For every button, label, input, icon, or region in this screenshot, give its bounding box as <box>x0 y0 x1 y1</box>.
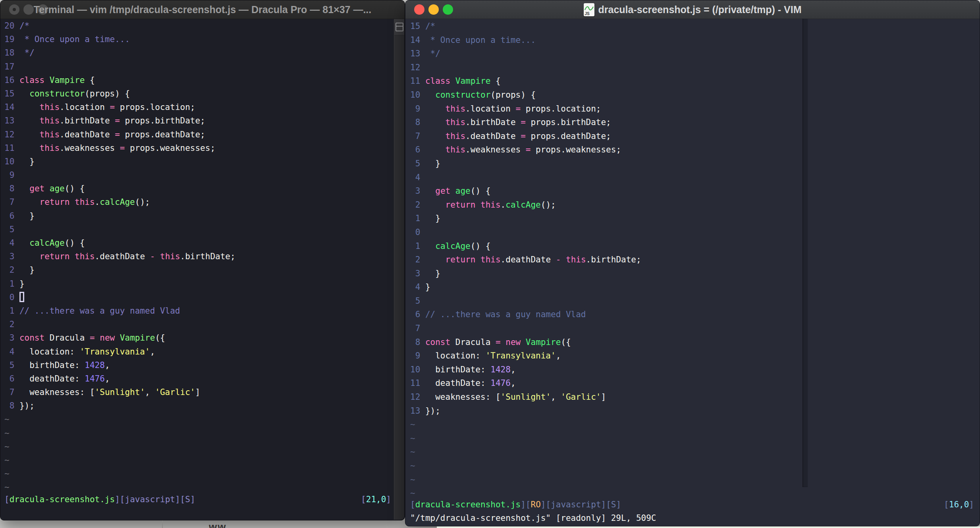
text-segment: this <box>75 197 95 207</box>
macvim-scrollbar[interactable] <box>803 19 808 487</box>
split-pane-button[interactable] <box>394 19 404 35</box>
text-segment: this <box>480 200 501 210</box>
text-segment: new <box>505 337 521 347</box>
terminal-vim-buffer[interactable]: 20 /*19 * Once upon a time...18 */17 16 … <box>0 19 394 520</box>
line-number: 14 <box>410 35 425 45</box>
text-segment: calcAge <box>435 241 471 251</box>
text-segment: [ <box>410 500 415 509</box>
tilde-marker: ~ <box>4 455 10 465</box>
code-line: 6 // ...there was a guy named Vlad <box>410 308 641 322</box>
line-number: 0 <box>410 227 425 237</box>
code-line: 5 <box>4 223 394 236</box>
vim-command-line: "/tmp/dracula-screenshot.js" [readonly] … <box>410 513 656 523</box>
tilde-marker: ~ <box>4 442 10 451</box>
text-segment: this <box>40 102 60 112</box>
text-segment: , <box>551 392 561 402</box>
text-segment: this <box>75 252 95 261</box>
tilde-marker: ~ <box>410 447 415 457</box>
code-line: 12 weaknesses: ['Sunlight', 'Garlic'] <box>410 390 641 404</box>
text-segment <box>475 255 480 264</box>
text-segment: // ...there was a guy named Vlad <box>425 310 586 319</box>
line-number: 1 <box>410 241 425 251</box>
text-segment: () { <box>471 241 491 251</box>
code-line: 5 birthDate: 1428, <box>4 358 394 372</box>
text-segment: 'Transylvania' <box>486 351 556 360</box>
line-number: 5 <box>4 360 19 370</box>
text-segment: = <box>90 333 95 343</box>
text-segment: 1428 <box>490 365 511 374</box>
text-segment: . <box>501 200 506 210</box>
text-segment: age <box>455 186 471 196</box>
text-segment: ] <box>175 495 180 504</box>
macvim-titlebar[interactable]: JS dracula-screenshot.js = (/private/tmp… <box>405 0 980 19</box>
macvim-title-text: dracula-screenshot.js = (/private/tmp) -… <box>598 0 802 19</box>
text-segment: 1476 <box>85 374 105 383</box>
line-number: 10 <box>410 90 425 100</box>
text-segment: 'Transylvania' <box>80 347 150 356</box>
text-segment: weaknesses: [ <box>425 392 501 402</box>
line-number: 12 <box>410 392 425 402</box>
text-segment <box>19 89 29 98</box>
text-segment: props.birthDate; <box>120 116 205 125</box>
tilde-marker: ~ <box>410 488 415 498</box>
text-segment <box>561 255 566 264</box>
text-segment: .birthDate <box>465 118 521 127</box>
text-segment: deathDate: <box>19 374 85 383</box>
line-number: 2 <box>4 320 19 329</box>
text-segment <box>69 252 75 261</box>
line-number: 5 <box>4 225 19 234</box>
text-segment: [ <box>944 500 949 509</box>
terminal-titlebar[interactable]: Terminal — vim /tmp/dracula-screenshot.j… <box>0 0 405 19</box>
code-line: 8 }); <box>4 399 394 412</box>
text-segment: this <box>446 104 466 114</box>
line-number: 1 <box>410 214 425 223</box>
macvim-buffer[interactable]: 15 /*14 * Once upon a time...13 */12 11 … <box>410 19 641 500</box>
code-line: 1 calcAge() { <box>410 239 641 253</box>
terminal-scrollbar[interactable] <box>394 19 404 520</box>
tilde-line: ~ <box>410 459 641 473</box>
line-number: 13 <box>410 406 425 416</box>
tilde-marker: ~ <box>410 475 415 484</box>
statusline-cursor-pos: [16,0] <box>944 500 974 509</box>
text-segment: javascript <box>551 500 601 509</box>
text-segment: , <box>105 360 110 370</box>
text-segment: props.deathDate; <box>526 131 611 141</box>
document-proxy-icon[interactable]: JS <box>584 3 594 16</box>
text-segment: 'Sunlight' <box>95 387 145 397</box>
macvim-window-title: JS dracula-screenshot.js = (/private/tmp… <box>405 0 980 19</box>
text-segment: dracula-screenshot.js <box>10 495 115 504</box>
code-line: 11 deathDate: 1476, <box>410 376 641 390</box>
text-segment: Dracula <box>44 333 90 343</box>
line-number: 8 <box>4 184 19 193</box>
code-line: 10 } <box>4 155 394 168</box>
text-segment: , <box>556 351 561 360</box>
code-line: 2 } <box>4 263 394 277</box>
code-line: 4 <box>410 171 641 185</box>
line-number: 6 <box>410 145 425 154</box>
terminal-window: Terminal — vim /tmp/dracula-screenshot.j… <box>0 0 405 520</box>
code-line: 17 <box>4 60 394 73</box>
tilde-marker: ~ <box>4 469 10 478</box>
code-line: 9 this.location = props.location; <box>410 102 641 116</box>
code-line: 2 return this.deathDate - this.birthDate… <box>410 253 641 267</box>
text-segment: }); <box>425 406 440 416</box>
text-segment <box>425 200 446 210</box>
text-segment: Vampire <box>455 76 491 86</box>
text-segment: // ...there was a guy named Vlad <box>19 306 180 316</box>
line-number: 7 <box>4 197 19 207</box>
text-segment: props.location; <box>115 102 195 112</box>
text-segment <box>155 252 160 261</box>
text-segment: } <box>425 214 440 223</box>
text-segment: location: <box>19 347 80 356</box>
code-line: 11 this.weaknesses = props.weaknesses; <box>4 141 394 155</box>
text-segment: * Once upon a time... <box>19 35 130 44</box>
code-line: 16 class Vampire { <box>4 73 394 87</box>
line-number: 2 <box>410 255 425 264</box>
code-line: 1 } <box>410 212 641 225</box>
line-number: 6 <box>4 374 19 383</box>
line-number: 20 <box>4 21 19 31</box>
text-segment: */ <box>425 49 440 58</box>
text-segment: calcAge <box>29 238 65 248</box>
text-segment: { <box>85 75 95 85</box>
line-number: 15 <box>410 21 425 31</box>
